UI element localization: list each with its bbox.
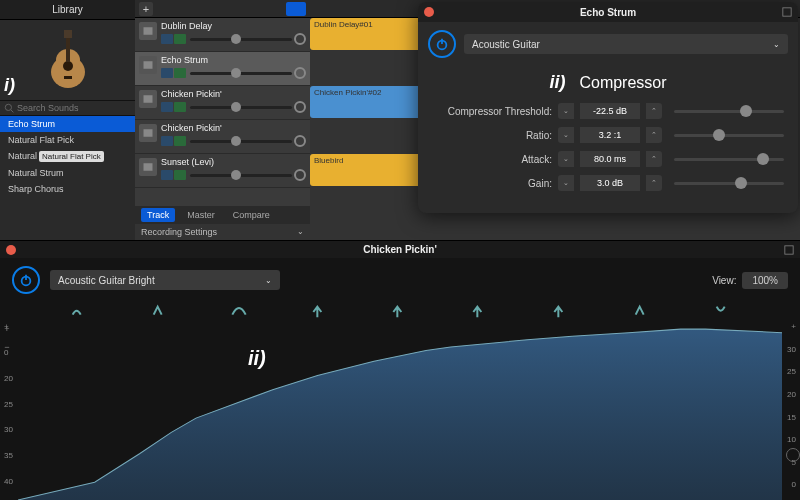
pan-knob[interactable] <box>294 135 306 147</box>
track-icon <box>139 22 157 40</box>
tracks-footer: Track Master Compare Recording Settings⌄ <box>135 206 310 240</box>
track-icon <box>139 90 157 108</box>
track-row[interactable]: Chicken Pickin' <box>135 86 310 120</box>
tab-compare[interactable]: Compare <box>227 208 276 222</box>
eq-graph[interactable]: + − ii) +0202530354045 +3025201510505 20… <box>18 302 782 500</box>
acoustic-guitar-icon <box>43 30 93 90</box>
track-row[interactable]: Sunset (Levi) <box>135 154 310 188</box>
stepper-down-button[interactable]: ⌄ <box>558 175 574 191</box>
eq-band-node[interactable] <box>70 304 86 320</box>
mute-button[interactable] <box>161 170 173 180</box>
library-panel: Library i) Search Sounds Echo Strum Natu… <box>0 0 135 240</box>
pan-knob[interactable] <box>294 67 306 79</box>
eq-band-node[interactable] <box>312 304 328 320</box>
param-slider[interactable] <box>674 182 784 185</box>
track-row[interactable]: Chicken Pickin' <box>135 120 310 154</box>
power-button[interactable] <box>12 266 40 294</box>
eq-track-title: Chicken Pickin' <box>363 244 437 255</box>
solo-button[interactable] <box>174 68 186 78</box>
eq-band-node[interactable] <box>151 304 167 320</box>
tab-master[interactable]: Master <box>181 208 221 222</box>
pan-knob[interactable] <box>294 33 306 45</box>
solo-button[interactable] <box>174 136 186 146</box>
eq-band-node[interactable] <box>231 304 247 320</box>
expand-icon[interactable] <box>782 7 792 17</box>
stepper-down-button[interactable]: ⌄ <box>558 103 574 119</box>
stepper-up-button[interactable]: ⌃ <box>646 127 662 143</box>
volume-slider[interactable] <box>190 38 292 41</box>
search-icon <box>4 103 14 113</box>
plugin-titlebar[interactable]: Echo Strum <box>418 2 798 22</box>
mute-button[interactable] <box>161 68 173 78</box>
library-title: Library <box>0 0 135 20</box>
timeline-region[interactable]: Dublin Delay#01 <box>310 18 430 50</box>
stepper-down-button[interactable]: ⌄ <box>558 127 574 143</box>
close-icon[interactable] <box>6 245 16 255</box>
solo-button[interactable] <box>174 34 186 44</box>
volume-slider[interactable] <box>190 140 292 143</box>
gain-knob[interactable] <box>786 448 800 462</box>
track-row[interactable]: Echo Strum <box>135 52 310 86</box>
recording-settings-row[interactable]: Recording Settings⌄ <box>135 224 310 240</box>
mute-button[interactable] <box>161 136 173 146</box>
mute-button[interactable] <box>161 102 173 112</box>
library-instrument-image: i) <box>0 20 135 100</box>
param-value[interactable]: -22.5 dB <box>580 103 640 119</box>
stepper-up-button[interactable]: ⌃ <box>646 151 662 167</box>
param-label: Ratio: <box>432 130 552 141</box>
track-icon <box>139 158 157 176</box>
param-value[interactable]: 3.0 dB <box>580 175 640 191</box>
eq-band-node[interactable] <box>633 304 649 320</box>
tab-track[interactable]: Track <box>141 208 175 222</box>
tooltip-badge: Natural Flat Pick <box>39 151 104 162</box>
volume-slider[interactable] <box>190 106 292 109</box>
track-row[interactable]: Dublin Delay <box>135 18 310 52</box>
power-button[interactable] <box>428 30 456 58</box>
pan-knob[interactable] <box>294 169 306 181</box>
param-slider[interactable] <box>674 134 784 137</box>
library-list: Echo Strum Natural Flat Pick NaturalNatu… <box>0 116 135 240</box>
library-item[interactable]: Natural Strum <box>0 165 135 181</box>
tracks-header: + <box>135 0 310 18</box>
svg-rect-4 <box>64 30 72 38</box>
mute-button[interactable] <box>161 34 173 44</box>
param-slider[interactable] <box>674 158 784 161</box>
library-item[interactable]: Echo Strum <box>0 116 135 132</box>
eq-curve[interactable] <box>18 322 782 500</box>
param-value[interactable]: 80.0 ms <box>580 151 640 167</box>
param-label: Attack: <box>432 154 552 165</box>
preset-select[interactable]: Acoustic Guitar⌄ <box>464 34 788 54</box>
volume-slider[interactable] <box>190 174 292 177</box>
pan-knob[interactable] <box>294 101 306 113</box>
eq-band-node[interactable] <box>553 304 569 320</box>
eq-band-node[interactable] <box>472 304 488 320</box>
library-item[interactable]: NaturalNatural Flat Pick <box>0 148 135 165</box>
param-label: Gain: <box>432 178 552 189</box>
track-name: Sunset (Levi) <box>161 157 306 167</box>
stepper-down-button[interactable]: ⌄ <box>558 151 574 167</box>
library-search[interactable]: Search Sounds <box>0 100 135 116</box>
eq-band-node[interactable] <box>714 304 730 320</box>
eq-titlebar: Chicken Pickin' <box>0 240 800 258</box>
stepper-up-button[interactable]: ⌃ <box>646 103 662 119</box>
volume-slider[interactable] <box>190 72 292 75</box>
library-item[interactable]: Natural Flat Pick <box>0 132 135 148</box>
search-placeholder: Search Sounds <box>17 103 79 113</box>
library-item[interactable]: Sharp Chorus <box>0 181 135 197</box>
solo-button[interactable] <box>174 102 186 112</box>
expand-icon[interactable] <box>784 245 794 255</box>
close-icon[interactable] <box>424 7 434 17</box>
plugin-window-title: Echo Strum <box>580 7 636 18</box>
eq-band-node[interactable] <box>392 304 408 320</box>
eq-preset-select[interactable]: Acoustic Guitar Bright⌄ <box>50 270 280 290</box>
view-zoom-select[interactable]: 100% <box>742 272 788 289</box>
param-value[interactable]: 3.2 :1 <box>580 127 640 143</box>
param-slider[interactable] <box>674 110 784 113</box>
add-track-button[interactable]: + <box>139 2 153 16</box>
solo-button[interactable] <box>174 170 186 180</box>
stepper-up-button[interactable]: ⌃ <box>646 175 662 191</box>
track-icon <box>139 124 157 142</box>
svg-rect-8 <box>144 27 153 35</box>
svg-point-6 <box>5 104 11 110</box>
automation-button[interactable] <box>286 2 306 16</box>
